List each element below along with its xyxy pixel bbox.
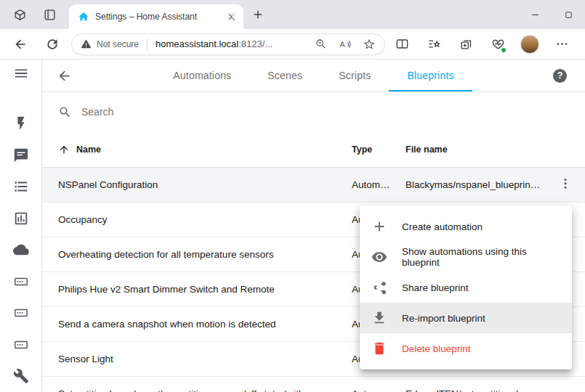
row-name: Send a camera snapshot when motion is de… [58,319,352,330]
row-name: Sensor Light [58,354,352,364]
search-icon [58,105,72,119]
tab-blueprints[interactable]: Blueprints [389,60,472,91]
ha-page-header: Automations Scenes Scripts Blueprints ? [42,60,585,92]
sidebar-item-history[interactable] [0,203,41,234]
menu-item-label: Delete blueprint [402,343,471,354]
menu-item-delete-blueprint[interactable]: Delete blueprint [360,333,572,364]
svg-text:A: A [340,39,345,48]
menu-item-label: Re-import blueprint [402,313,485,324]
url-path: :8123/... [238,38,273,49]
search-input[interactable] [81,106,569,118]
tab-label: Scripts [339,70,371,81]
blueprint-tabs: Automations Scenes Scripts Blueprints [42,60,585,91]
tab-label: Automations [173,70,231,81]
share-icon [371,279,387,295]
browser-tab-strip: Settings – Home Assistant [0,0,585,29]
row-name: Overheating detection for all temperatur… [58,249,352,260]
row-overflow-menu-icon[interactable] [558,176,576,194]
column-type[interactable]: Type [352,144,406,155]
new-tab-button[interactable] [251,8,265,21]
browser-tab[interactable]: Settings – Home Assistant [69,4,243,29]
menu-item-create-automation[interactable]: Create automation [360,211,572,242]
row-name: Philips Hue v2 Smart Dimmer Switch and R… [58,284,352,295]
avatar-image [520,35,539,54]
sidebar-item-assist[interactable] [0,139,41,171]
collections-icon[interactable] [450,37,482,51]
row-type: Autom… [352,388,406,392]
menu-item-show-automations[interactable]: Show automations using this blueprint [360,242,572,272]
minimize-button[interactable] [518,0,552,29]
tab-actions-icon[interactable] [43,8,57,22]
column-label: Type [352,144,372,155]
row-name: Occupancy [58,214,352,225]
column-name[interactable]: Name [58,144,352,155]
column-label: Name [76,144,101,155]
trash-icon [371,340,387,356]
browser-menu-icon[interactable] [546,37,578,51]
tab-automations[interactable]: Automations [155,60,249,91]
table-row[interactable]: NSPanel Configuration Autom… Blackymas/n… [42,168,585,203]
row-type: Autom… [352,179,406,190]
sidebar-item-server-3[interactable] [0,329,41,361]
row-name: NSPanel Configuration [58,179,352,190]
search-bar[interactable] [42,92,585,131]
table-row[interactable]: Set entities based on other entities new… [42,377,585,392]
maximize-button[interactable] [552,0,585,29]
tab-title: Settings – Home Assistant [95,12,220,22]
browser-essentials-icon[interactable] [482,37,514,51]
split-screen-icon[interactable] [386,37,418,51]
table-header: Name Type File name [42,131,585,168]
favorite-star-icon[interactable] [363,38,376,51]
blueprint-context-menu: Create automation Show automations using… [360,205,572,369]
plus-icon [371,219,387,234]
url-host: homeassistant.local [156,38,238,49]
sidebar-item-energy[interactable] [0,108,41,140]
menu-item-label: Show automations using this blueprint [402,246,560,268]
essentials-status-badge [501,47,507,53]
sidebar-item-cloud[interactable] [0,234,41,266]
tab-scripts[interactable]: Scripts [320,60,389,91]
sidebar-menu-icon[interactable] [13,65,29,81]
zoom-out-icon[interactable] [315,38,328,51]
home-assistant-favicon [78,11,89,23]
sort-ascending-icon [58,144,70,155]
workspaces-icon[interactable] [13,8,27,22]
sidebar-item-server-1[interactable] [0,266,41,298]
page-back-icon[interactable] [57,68,72,83]
tab-label: Scenes [267,70,302,81]
read-aloud-icon[interactable]: A [339,38,352,51]
sidebar-item-server-2[interactable] [0,298,41,330]
security-label: Not secure [97,39,139,49]
tab-label: Blueprints [407,70,453,81]
column-label: File name [406,144,448,155]
menu-item-label: Create automation [402,221,483,232]
url-text: homeassistant.local:8123/... [156,38,273,49]
address-bar[interactable]: Not secure homeassistant.local:8123/... … [71,33,385,55]
browser-nav-bar: Not secure homeassistant.local:8123/... … [0,29,585,60]
eye-icon [371,249,387,265]
menu-item-reimport-blueprint[interactable]: Re-import blueprint [360,303,572,333]
row-name: Set entities based on other entities new… [58,388,352,392]
import-icon [371,310,387,326]
row-file: Blackymas/nspanel_blueprin… [406,179,549,190]
row-file: EdwardTEN/set_entities_bas… [406,388,549,392]
tab-close-icon[interactable] [226,11,238,23]
refresh-icon[interactable] [45,37,60,52]
column-file-name[interactable]: File name [406,144,549,155]
help-icon[interactable]: ? [553,69,567,83]
favorites-icon[interactable] [418,37,450,51]
profile-avatar[interactable] [514,35,546,54]
menu-item-share-blueprint[interactable]: Share blueprint [360,272,572,303]
back-icon[interactable] [13,37,28,52]
menu-item-label: Share blueprint [402,282,469,293]
not-secure-warning-icon [81,38,92,49]
divider [147,38,148,50]
sidebar-item-lists[interactable] [0,171,41,203]
ha-sidebar [0,60,42,392]
tab-scenes[interactable]: Scenes [249,60,320,91]
sidebar-item-developer-tools[interactable] [0,361,41,392]
